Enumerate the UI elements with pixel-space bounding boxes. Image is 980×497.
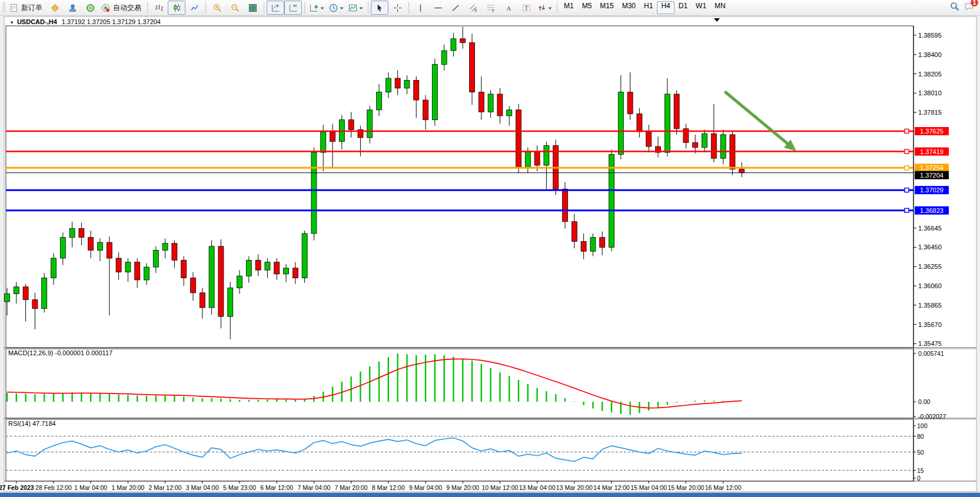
axis-tick-label: 1.35475 [918, 340, 942, 347]
time-tick-label: 16 Mar 12:00 [705, 484, 742, 491]
window-bottom-border [0, 493, 980, 497]
time-tick-label: 8 Mar 12:00 [372, 484, 405, 491]
time-tick-label: 1 Mar 20:00 [111, 484, 144, 491]
line-price-badge: 1.36823 [915, 206, 949, 215]
rsi-axis-label: 80 [917, 433, 924, 440]
price-panel[interactable] [6, 26, 913, 348]
chart-canvas[interactable]: 1.385951.384001.382051.380101.378151.366… [0, 0, 980, 497]
price-badge-label: 1.37204 [920, 172, 944, 179]
candle-body [32, 300, 38, 309]
candle-body [107, 242, 112, 258]
axis-tick-label: 1.36450 [918, 244, 942, 251]
chart-title-bar[interactable]: ▼USDCAD-,H41.37192 1.37205 1.37129 1.372… [9, 18, 161, 25]
axis-tick-label: 1.38400 [918, 51, 942, 58]
candle-body [23, 287, 28, 300]
candle-body [367, 110, 373, 138]
axis-tick-label: 1.37815 [918, 109, 942, 116]
chart-ohlc-values: 1.37192 1.37205 1.37129 1.37204 [62, 18, 161, 25]
candle-body [665, 94, 670, 152]
candle-body [144, 267, 150, 280]
candle-body [218, 246, 224, 316]
rsi-panel[interactable] [6, 419, 913, 481]
candle-body [209, 246, 214, 308]
candle-body [600, 238, 605, 248]
candle-body [479, 92, 484, 112]
candle-body [432, 65, 437, 120]
time-tick-label: 15 Mar 20:00 [667, 484, 704, 491]
candle-body [414, 80, 419, 100]
candle-body [200, 293, 205, 308]
time-tick-label: 13 Mar 20:00 [556, 484, 593, 491]
candle-body [191, 278, 196, 293]
candle-body [637, 114, 642, 132]
time-tick-label: 7 Mar 20:00 [335, 484, 368, 491]
axis-tick-label: 1.38010 [918, 89, 942, 96]
candle-body [116, 258, 121, 272]
candle-body [265, 262, 270, 270]
candle-body [544, 145, 549, 165]
candle-body [377, 92, 382, 110]
price-badge-label: 1.37419 [920, 148, 944, 155]
candle-body [534, 151, 540, 165]
axis-tick-label: 1.38205 [918, 71, 942, 78]
macd-axis-label: -0.002027 [918, 413, 946, 420]
line-price-badge: 1.37029 [915, 186, 949, 194]
candle-body [720, 135, 726, 158]
candle-body [5, 293, 10, 301]
candle-body [404, 80, 410, 88]
candle-body [507, 110, 512, 116]
time-tick-label: 1 Mar 04:00 [74, 484, 107, 491]
time-tick-label: 13 Mar 04:00 [519, 484, 556, 491]
candle-body [228, 288, 233, 316]
candle-body [135, 262, 140, 280]
candle-body [646, 132, 652, 146]
line-anchor-handle[interactable] [905, 208, 909, 212]
candle-body [441, 51, 447, 65]
candle-body [386, 78, 391, 92]
axis-tick-label: 1.36645 [918, 225, 942, 232]
axis-tick-label: 1.38595 [918, 32, 942, 39]
candle-body [627, 92, 633, 114]
macd-axis-label: 0.005741 [918, 350, 944, 357]
candle-body [488, 94, 493, 112]
macd-axis-label: 0.00 [918, 398, 931, 405]
candle-body [42, 278, 47, 309]
line-anchor-handle[interactable] [905, 188, 909, 192]
time-tick-label: 10 Mar 12:00 [481, 484, 518, 491]
axis-tick-label: 1.36255 [918, 263, 942, 270]
rsi-axis-label: 50 [917, 449, 924, 456]
rsi-label: RSI(14) 47.7184 [8, 420, 56, 427]
price-badge-label: 1.37625 [920, 128, 944, 135]
candle-body [79, 229, 84, 238]
candle-body [563, 189, 568, 221]
chart-collapse-triangle-icon[interactable]: ▼ [9, 20, 14, 25]
candle-body [702, 134, 707, 148]
line-anchor-handle[interactable] [905, 149, 909, 154]
axis-tick-label: 1.35670 [918, 321, 942, 328]
time-tick-label: 27 Feb 2023 [0, 484, 34, 491]
candle-body [284, 268, 289, 274]
candle-body [302, 234, 307, 278]
chart-symbol-label: USDCAD-,H4 [17, 18, 57, 25]
rsi-axis-label: 15 [917, 467, 924, 474]
line-price-badge: 1.37254 [915, 164, 949, 172]
candle-body [181, 260, 187, 278]
line-price-badge: 1.37419 [915, 148, 949, 156]
line-price-badge: 1.37625 [915, 127, 949, 135]
price-badge-label: 1.37029 [920, 186, 944, 194]
macd-label: MACD(12,26,9) -0.000001 0.000117 [8, 349, 112, 356]
rsi-axis-label: 100 [917, 422, 928, 429]
time-tick-label: 5 Mar 23:00 [223, 484, 256, 491]
line-anchor-handle[interactable] [905, 166, 909, 170]
candle-body [525, 151, 530, 167]
candle-body [162, 244, 168, 251]
line-anchor-handle[interactable] [905, 129, 909, 134]
candle-body [51, 258, 57, 278]
time-tick-label: 7 Mar 04:00 [297, 484, 330, 491]
candle-body [497, 94, 503, 116]
candle-body [572, 222, 577, 242]
candle-body [674, 94, 679, 129]
candle-body [125, 262, 131, 272]
candle-body [69, 229, 75, 238]
time-tick-label: 2 Mar 12:00 [149, 484, 182, 491]
